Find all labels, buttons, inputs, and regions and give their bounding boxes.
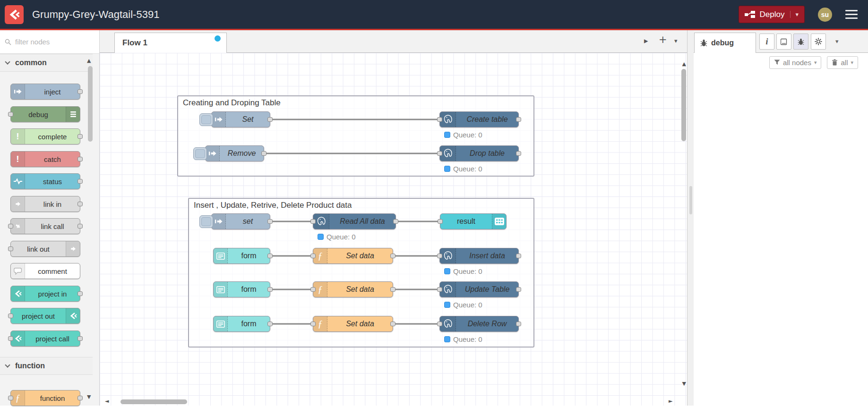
input-port[interactable] (8, 246, 13, 251)
output-port[interactable] (77, 224, 83, 229)
avatar[interactable]: su (818, 8, 832, 22)
palette-node-project-call[interactable]: project call (10, 331, 80, 347)
output-port[interactable] (77, 134, 83, 139)
output-port[interactable] (390, 287, 395, 292)
filter-nodes-input[interactable] (15, 38, 86, 46)
output-port[interactable] (77, 396, 83, 400)
node-form[interactable]: form (213, 248, 270, 264)
deploy-caret-icon[interactable]: ▾ (790, 11, 799, 18)
output-port[interactable] (77, 336, 83, 341)
palette-scroll-up-icon[interactable]: ▲ (87, 58, 91, 64)
palette-node-debug[interactable]: debug (10, 106, 80, 122)
output-port[interactable] (267, 117, 273, 122)
flow-canvas[interactable]: Creating and Droping Table Insert , Upda… (100, 53, 687, 406)
output-port[interactable] (390, 322, 395, 326)
output-port[interactable] (267, 254, 273, 258)
output-port[interactable] (267, 219, 273, 224)
palette-node-complete[interactable]: ! complete (10, 128, 80, 144)
node-inject-set[interactable]: Set (211, 111, 270, 127)
tab-scroll-right-icon[interactable]: ▸ (644, 36, 648, 45)
output-port[interactable] (516, 117, 521, 122)
input-port[interactable] (437, 287, 442, 292)
palette-scrollbar-thumb[interactable] (88, 66, 93, 142)
input-port[interactable] (8, 336, 13, 341)
inject-button[interactable] (199, 113, 213, 126)
palette-node-function[interactable]: ƒ function (10, 390, 80, 406)
output-port[interactable] (77, 157, 83, 161)
tab-debug[interactable]: debug (694, 33, 756, 53)
output-port[interactable] (390, 254, 395, 258)
input-port[interactable] (8, 112, 13, 117)
node-postgresql-create-table[interactable]: Create table (439, 111, 519, 127)
input-port[interactable] (437, 151, 442, 156)
node-postgresql-drop-table[interactable]: Drop table (439, 145, 519, 161)
palette-node-link-out[interactable]: link out (10, 241, 80, 257)
inject-button[interactable] (199, 215, 213, 228)
output-port[interactable] (77, 179, 83, 184)
debug-tab-button[interactable] (793, 34, 808, 50)
input-port[interactable] (437, 322, 442, 326)
input-port[interactable] (310, 254, 316, 258)
node-postgresql-delete-row[interactable]: Delete Row (439, 316, 519, 332)
debug-message-list[interactable] (694, 72, 868, 406)
node-inject-set-lower[interactable]: set (211, 213, 270, 229)
output-port[interactable] (77, 291, 83, 296)
canvas-scroll-left-icon[interactable]: ◄ (105, 398, 109, 404)
input-port[interactable] (8, 396, 13, 400)
info-tab-button[interactable]: i (759, 34, 774, 50)
output-port[interactable] (516, 287, 521, 292)
node-function-set-data[interactable]: ƒ Set data (313, 316, 393, 332)
canvas-scroll-right-icon[interactable]: ► (669, 398, 672, 404)
output-port[interactable] (261, 151, 266, 156)
input-port[interactable] (437, 254, 442, 258)
palette-category-function[interactable]: function (0, 357, 93, 375)
palette-node-link-call[interactable]: link call (10, 218, 80, 234)
canvas-scroll-down-icon[interactable]: ▼ (682, 381, 686, 387)
input-port[interactable] (438, 219, 443, 224)
input-port[interactable] (310, 287, 316, 292)
palette-node-inject[interactable]: inject (10, 84, 80, 100)
input-port[interactable] (8, 314, 13, 318)
palette-node-project-in[interactable]: project in (10, 286, 80, 302)
node-postgresql-read-all-data[interactable]: Read All data (313, 213, 396, 229)
hamburger-menu-icon[interactable] (845, 10, 858, 19)
inject-button[interactable] (193, 147, 207, 160)
splitter-handle[interactable] (689, 186, 692, 214)
node-postgresql-update-table[interactable]: Update Table (439, 281, 519, 297)
node-function-set-data[interactable]: ƒ Set data (313, 281, 393, 297)
canvas-scroll-up-icon[interactable]: ▲ (682, 61, 686, 67)
node-table-result[interactable]: result (440, 213, 507, 229)
config-nodes-tab-button[interactable] (811, 34, 826, 50)
node-function-set-data[interactable]: ƒ Set data (313, 248, 393, 264)
output-port[interactable] (516, 322, 521, 326)
output-port[interactable] (267, 322, 273, 326)
sidebar-splitter[interactable] (687, 30, 694, 406)
palette-node-catch[interactable]: ! catch (10, 151, 80, 167)
canvas-vertical-scrollbar-thumb[interactable] (681, 69, 686, 141)
output-port[interactable] (267, 287, 273, 292)
tab-flow-1[interactable]: Flow 1 (114, 33, 227, 53)
input-port[interactable] (310, 322, 316, 326)
deploy-button[interactable]: Deploy ▾ (739, 6, 805, 23)
node-postgresql-insert-data[interactable]: Insert data (439, 248, 519, 264)
palette-node-comment[interactable]: comment (10, 263, 80, 279)
help-tab-button[interactable] (776, 34, 791, 50)
output-port[interactable] (77, 89, 83, 94)
palette-node-link-in[interactable]: link in (10, 196, 80, 212)
node-inject-remove[interactable]: Remove (205, 145, 264, 161)
input-port[interactable] (310, 219, 316, 224)
palette-scroll-down-icon[interactable]: ▼ (87, 394, 91, 400)
output-port[interactable] (393, 219, 398, 224)
output-port[interactable] (77, 202, 83, 206)
input-port[interactable] (8, 224, 13, 229)
debug-filter-button[interactable]: all nodes ▾ (769, 56, 822, 69)
input-port[interactable] (437, 117, 442, 122)
palette-node-project-out[interactable]: project out (10, 308, 80, 324)
flow-list-menu-icon[interactable]: ▾ (674, 37, 678, 44)
palette-node-status[interactable]: status (10, 173, 80, 189)
debug-clear-button[interactable]: all ▾ (827, 56, 858, 69)
add-flow-button[interactable]: + (659, 34, 667, 45)
output-port[interactable] (516, 151, 521, 156)
canvas-horizontal-scrollbar-thumb[interactable] (120, 399, 187, 404)
palette-category-common[interactable]: common (0, 54, 93, 72)
